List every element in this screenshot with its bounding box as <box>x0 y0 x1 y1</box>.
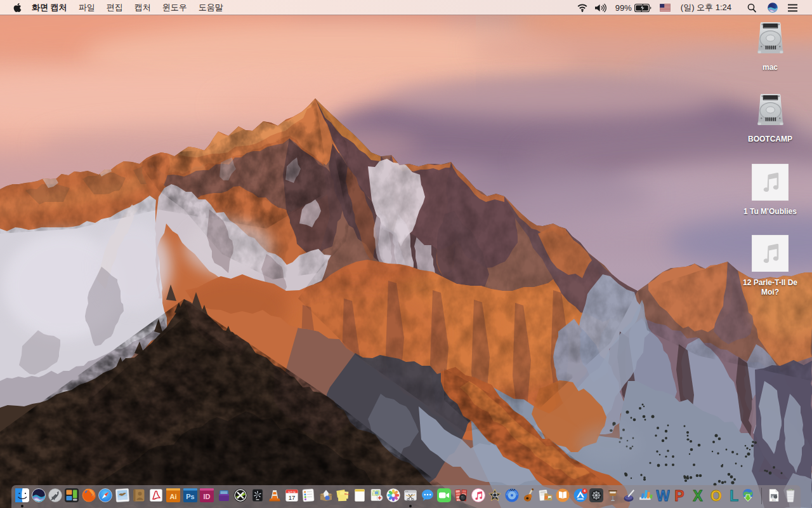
svg-text:W: W <box>656 488 670 502</box>
svg-text:Ps: Ps <box>186 493 194 500</box>
svg-text:Mem: Mem <box>344 493 350 496</box>
svg-text:ID: ID <box>204 493 211 500</box>
svg-text:O: O <box>710 488 722 502</box>
svg-text:P: P <box>674 488 684 502</box>
svg-text:Ai: Ai <box>170 493 177 500</box>
svg-text:일요일: 일요일 <box>288 490 296 493</box>
svg-text:MOV: MOV <box>772 499 776 502</box>
svg-text:L: L <box>730 488 738 502</box>
svg-text:X: X <box>693 488 703 502</box>
svg-text:17: 17 <box>288 494 295 501</box>
